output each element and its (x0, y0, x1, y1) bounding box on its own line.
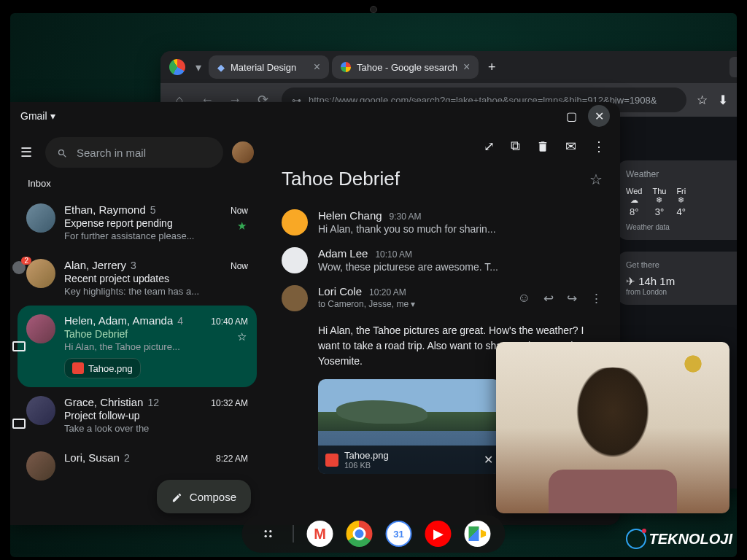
chevron-down-icon: ▾ (50, 110, 55, 122)
more-icon[interactable]: ⋮ (592, 139, 605, 155)
message-toolbar: ⤢ ⧉ ✉ ⋮ (264, 130, 620, 163)
youtube-app-icon[interactable]: ▶ (425, 521, 452, 547)
new-tab-button[interactable]: + (481, 57, 502, 77)
svg-point-3 (269, 535, 271, 537)
thread-item[interactable]: Alan, Jerrery 3 Now Recent project updat… (18, 250, 257, 306)
close-icon[interactable]: ✕ (588, 105, 610, 127)
tab-dropdown-icon[interactable]: ▾ (191, 61, 206, 74)
separator (293, 525, 294, 542)
reply-icon[interactable]: ↩ (543, 291, 554, 306)
bookmark-icon[interactable]: ☆ (697, 93, 708, 108)
weather-card[interactable]: Weather Wed ☁ 8° Thu ❄ 3° (617, 160, 737, 240)
meet-icon[interactable] (12, 419, 26, 429)
expanded-message-header: Lori Cole 10:20 AM to Cameron, Jesse, me… (264, 279, 620, 317)
camera-notch (370, 6, 377, 13)
app-title-dropdown[interactable]: Gmail ▾ (20, 110, 55, 122)
thread-count: 3 (131, 260, 136, 271)
more-icon[interactable]: ⋮ (590, 291, 603, 306)
emoji-icon[interactable]: ☺ (518, 291, 530, 306)
taskbar: M 31 ▶ (242, 515, 506, 553)
desktop-screen: ▾ ◆ Material Design × Tahoe - Google ses… (10, 13, 737, 557)
thread-item-selected[interactable]: Helen, Adam, Amanda 4 10:40 AM Tahoe Deb… (18, 306, 257, 387)
message-time: 10:20 AM (369, 287, 406, 298)
close-icon[interactable]: × (314, 61, 320, 74)
search-input[interactable]: Search in mail (45, 137, 223, 168)
thread-senders: Ethan, Raymond (64, 203, 146, 216)
star-icon[interactable]: ★ (237, 219, 247, 233)
weather-day: Wed ☁ 8° (626, 187, 642, 217)
thread-time: Now (231, 261, 248, 271)
svg-point-0 (265, 530, 267, 532)
attachment-preview[interactable]: Tahoe.png 106 KB ✕ (318, 379, 500, 474)
thread-subject: Recent project updates (64, 273, 248, 284)
compose-label: Compose (190, 491, 236, 503)
thread-preview: Hi Alan, the Tahoe picture... (64, 341, 248, 352)
sender-avatar (26, 396, 55, 425)
folder-label[interactable]: Inbox (10, 175, 264, 195)
message-sender: Helen Chang (318, 209, 382, 222)
thread-time: 8:22 AM (216, 454, 248, 464)
close-icon[interactable]: × (463, 61, 470, 74)
close-icon[interactable]: ✕ (484, 453, 493, 467)
thread-count: 5 (150, 204, 156, 216)
attachment-chip[interactable]: Tahoe.png (64, 358, 141, 378)
window-restore-button[interactable]: ▢ (729, 57, 737, 77)
account-avatar[interactable] (232, 141, 254, 163)
compose-button[interactable]: Compose (157, 480, 251, 513)
star-icon[interactable]: ☆ (589, 171, 603, 188)
thread-senders: Grace, Christian (64, 396, 143, 408)
gmail-titlebar: Gmail ▾ ▢ ✕ (10, 102, 620, 130)
thread-senders: Helen, Adam, Amanda (64, 314, 173, 327)
launcher-icon[interactable] (257, 522, 280, 545)
thread-count: 2 (124, 452, 130, 464)
download-icon[interactable]: ⬇ (718, 93, 728, 108)
google-icon (341, 62, 351, 72)
chrome-app-icon[interactable] (347, 521, 373, 547)
message-recipients[interactable]: to Cameron, Jesse, me ▾ (318, 299, 508, 309)
collapsed-message[interactable]: Adam Lee 10:10 AM Wow, these picturese a… (264, 241, 620, 279)
gmail-app-icon[interactable]: M (307, 521, 333, 547)
chrome-logo-icon (169, 59, 185, 75)
browser-tab-material[interactable]: ◆ Material Design × (209, 55, 329, 79)
travel-origin: from London (626, 288, 737, 296)
chevron-down-icon: ▾ (411, 299, 415, 309)
svg-point-1 (269, 530, 271, 532)
thread-list: Ethan, Raymond 5 Now Expense report pend… (10, 195, 264, 525)
thread-preview: Take a look over the (64, 423, 248, 434)
tab-label: Material Design (231, 62, 296, 73)
archive-icon[interactable]: ⧉ (511, 139, 520, 155)
delete-icon[interactable] (536, 139, 549, 155)
spaces-icon[interactable] (12, 341, 26, 351)
attachment-size: 106 KB (344, 461, 389, 470)
gmail-sidebar: ☰ Search in mail Inbox (10, 130, 264, 525)
calendar-app-icon[interactable]: 31 (386, 521, 412, 547)
chat-icon[interactable] (12, 261, 26, 274)
search-icon (57, 146, 68, 159)
collapsed-message[interactable]: Helen Chang 9:30 AM Hi Alan, thank you s… (264, 203, 620, 241)
weather-title: Weather (626, 169, 737, 179)
watermark-logo: TEKNOLOJI (626, 529, 732, 549)
maximize-icon[interactable]: ▢ (560, 105, 582, 127)
sender-avatar (26, 451, 55, 481)
conversation-title: Tahoe Debrief (282, 168, 400, 190)
thread-preview: Key highlights: the team has a... (64, 286, 248, 297)
browser-tab-search[interactable]: Tahoe - Google sesarch × (332, 55, 479, 79)
material-icon: ◆ (217, 62, 225, 73)
star-icon[interactable]: ☆ (237, 330, 247, 343)
message-snippet: Hi Alan, thank you so much for sharin... (318, 223, 603, 235)
message-snippet: Wow, these picturese are awesome. T... (318, 261, 603, 273)
travel-card[interactable]: Get there ✈ 14h 1m from London (617, 252, 737, 305)
mark-unread-icon[interactable]: ✉ (565, 139, 576, 155)
thread-count: 12 (147, 397, 159, 408)
forward-icon[interactable]: ↪ (567, 291, 577, 306)
message-sender: Lori Cole (318, 285, 362, 298)
weather-day: Fri ❄ 4° (676, 187, 686, 217)
image-file-icon (72, 362, 84, 374)
thread-item[interactable]: Ethan, Raymond 5 Now Expense report pend… (18, 195, 257, 250)
expand-icon[interactable]: ⤢ (484, 139, 495, 155)
thread-subject: Expense report pending (64, 217, 248, 229)
thread-senders: Lori, Susan (64, 451, 120, 464)
video-call-pip[interactable] (496, 342, 729, 513)
thread-item[interactable]: Grace, Christian 12 10:32 AM Project fol… (18, 387, 257, 443)
meet-app-icon[interactable] (465, 521, 491, 547)
